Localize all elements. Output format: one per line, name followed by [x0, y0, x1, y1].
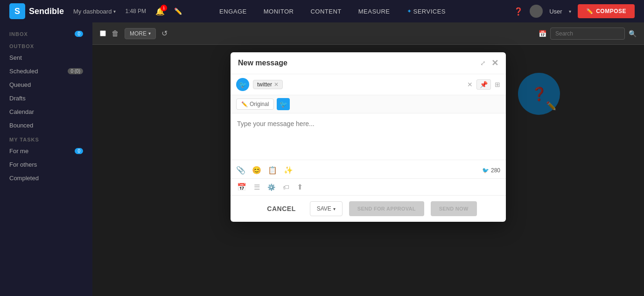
emoji-icon[interactable]: 😊: [252, 166, 261, 175]
services-star-icon: ✦: [407, 8, 412, 14]
recipient-name: twitter: [257, 81, 272, 88]
search-input[interactable]: [550, 28, 625, 40]
send-now-button[interactable]: SEND NOW: [431, 201, 477, 216]
char-count-value: 280: [491, 167, 500, 174]
scheduled-label: Scheduled: [9, 68, 38, 75]
queued-label: Queued: [9, 81, 31, 88]
dashboard-label: My dashboard: [73, 8, 112, 15]
sidebar-item-scheduled[interactable]: Scheduled 0 (0): [0, 64, 92, 78]
twitter-char-icon: 🐦: [482, 167, 489, 174]
nav-measure[interactable]: MEASURE: [358, 8, 390, 15]
sidebar-item-calendar[interactable]: Calendar: [0, 105, 92, 119]
drafts-label: Drafts: [9, 95, 26, 102]
tag-icon[interactable]: 🏷: [283, 183, 289, 191]
original-label: Original: [250, 101, 269, 107]
nav-services[interactable]: ✦ SERVICES: [407, 8, 446, 15]
upload-icon[interactable]: ⬆: [297, 183, 303, 191]
schedule-icon[interactable]: 📅: [237, 183, 246, 191]
sidebar-item-sent[interactable]: Sent: [0, 51, 92, 64]
compose-button[interactable]: ✏️ COMPOSE: [578, 4, 635, 18]
chevron-down-icon: ▾: [113, 9, 116, 14]
twitter-avatar: 🐦: [236, 78, 249, 91]
gear-icon[interactable]: ⚙️: [267, 183, 275, 191]
chip-remove-icon[interactable]: ✕: [274, 81, 279, 88]
notification-button[interactable]: 🔔 1: [155, 7, 165, 16]
modal-header: New message ⤢ ✕: [231, 52, 506, 74]
sidebar-section-outbox: OUTBOX: [0, 40, 92, 51]
tab-original[interactable]: ✏️ Original: [236, 99, 274, 110]
save-button[interactable]: SAVE ▾: [310, 201, 343, 216]
tab-row: ✏️ Original 🐦: [231, 95, 506, 113]
sidebar-item-queued[interactable]: Queued: [0, 78, 92, 92]
search-icon[interactable]: 🔍: [629, 30, 637, 37]
grid-icon[interactable]: ⊞: [495, 81, 500, 88]
modal-footer: CANCEL SAVE ▾ SEND FOR APPROVAL SEND NOW: [231, 195, 506, 222]
recipient-chip: twitter ✕: [253, 80, 283, 89]
content-area: 🗑 MORE ▾ ↺ 📅 🔍 ❓ ✏️: [92, 22, 644, 296]
inbox-label: INBOX: [9, 31, 28, 37]
send-for-approval-button[interactable]: SEND FOR APPROVAL: [349, 201, 424, 216]
content-body: ❓ ✏️ New message ⤢ ✕: [92, 45, 644, 296]
nav-services-label: SERVICES: [413, 8, 446, 15]
time-display: 1:48 PM: [125, 8, 146, 14]
pencil-icon: ✏️: [586, 8, 594, 14]
for-me-badge: 0: [75, 148, 83, 154]
user-chevron-icon: ▾: [569, 9, 571, 14]
new-message-modal: New message ⤢ ✕ 🐦 twitter ✕: [231, 52, 506, 222]
calendar-label: Calendar: [9, 108, 34, 115]
for-me-label: For me: [9, 148, 28, 155]
pin-icon[interactable]: 📌: [476, 79, 491, 90]
list-icon[interactable]: ☰: [254, 183, 260, 191]
scheduled-badge: 0 (0): [68, 68, 83, 74]
logo-icon: S: [9, 3, 25, 19]
close-icon[interactable]: ✕: [491, 58, 498, 68]
inbox-section-header: INBOX 0: [0, 28, 92, 40]
nav-engage[interactable]: ENGAGE: [219, 8, 247, 15]
more-label: MORE: [130, 30, 147, 37]
compose-label: COMPOSE: [596, 8, 626, 14]
sidebar-item-drafts[interactable]: Drafts: [0, 92, 92, 105]
logo-text: Sendible: [29, 7, 64, 16]
refresh-icon[interactable]: ↺: [161, 29, 168, 38]
action-row: 📅 ☰ ⚙️ 🏷 ⬆: [231, 179, 506, 195]
sidebar-item-for-others[interactable]: For others: [0, 158, 92, 171]
user-name: User: [549, 8, 562, 15]
modal-overlay: New message ⤢ ✕ 🐦 twitter ✕: [92, 45, 644, 296]
sidebar-item-for-me[interactable]: For me 0: [0, 144, 92, 158]
more-chevron-icon: ▾: [148, 31, 151, 36]
sidebar: INBOX 0 OUTBOX Sent Scheduled 0 (0) Queu…: [0, 22, 92, 296]
tab-twitter-active[interactable]: 🐦: [277, 98, 290, 110]
modal-title: New message: [238, 59, 287, 67]
magic-icon[interactable]: ✨: [284, 166, 293, 175]
save-label: SAVE: [317, 205, 331, 212]
attachment-icon[interactable]: 📎: [236, 166, 245, 175]
sidebar-item-completed[interactable]: Completed: [0, 171, 92, 185]
completed-label: Completed: [9, 175, 39, 182]
save-chevron-icon: ▾: [333, 206, 336, 211]
edit-icon[interactable]: ✏️: [174, 7, 182, 15]
pencil-tab-icon: ✏️: [241, 101, 248, 107]
sidebar-section-my-tasks: MY TASKS: [0, 132, 92, 144]
char-count: 🐦 280: [482, 167, 500, 174]
bounced-label: Bounced: [9, 122, 33, 129]
trash-icon[interactable]: 🗑: [112, 29, 119, 38]
sent-label: Sent: [9, 54, 22, 61]
cancel-button[interactable]: CANCEL: [259, 201, 303, 216]
message-textarea[interactable]: [231, 113, 506, 160]
nav-content[interactable]: CONTENT: [310, 8, 341, 15]
message-toolbar: 📎 😊 📋 ✨ 🐦 280: [231, 162, 506, 179]
clipboard-icon[interactable]: 📋: [268, 166, 277, 175]
inbox-badge: 0: [75, 31, 83, 37]
help-icon[interactable]: ❓: [514, 7, 523, 16]
clear-recipients-icon[interactable]: ✕: [467, 81, 473, 88]
content-header: 🗑 MORE ▾ ↺ 📅 🔍: [92, 22, 644, 45]
more-button[interactable]: MORE ▾: [125, 28, 156, 39]
nav-monitor[interactable]: MONITOR: [264, 8, 294, 15]
sidebar-item-bounced[interactable]: Bounced: [0, 119, 92, 132]
expand-icon[interactable]: ⤢: [480, 59, 486, 67]
logo: S Sendible: [9, 3, 64, 19]
notification-badge: 1: [161, 5, 167, 11]
dashboard-button[interactable]: My dashboard ▾: [73, 8, 116, 15]
calendar-icon[interactable]: 📅: [539, 30, 546, 37]
select-all-checkbox[interactable]: [100, 30, 106, 36]
